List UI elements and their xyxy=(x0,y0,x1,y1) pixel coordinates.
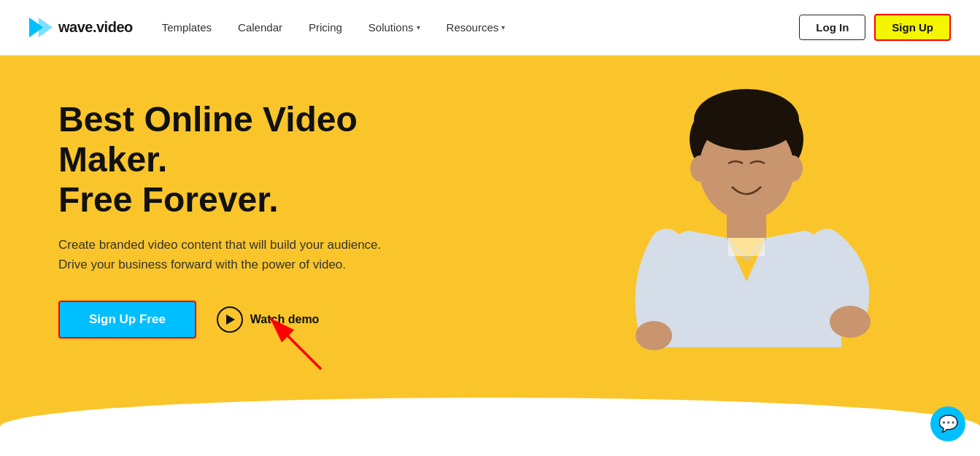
nav-links: Templates Calendar Pricing Solutions ▾ R… xyxy=(162,21,800,34)
nav-pricing[interactable]: Pricing xyxy=(309,21,342,34)
svg-point-9 xyxy=(694,89,799,150)
signup-free-button[interactable]: Sign Up Free xyxy=(58,301,196,339)
svg-rect-6 xyxy=(727,212,766,238)
hero-person-image xyxy=(571,55,922,449)
person-svg xyxy=(593,70,900,449)
hero-section: Best Online Video Maker. Free Forever. C… xyxy=(0,55,980,456)
svg-marker-1 xyxy=(39,18,53,37)
login-button[interactable]: Log In xyxy=(799,15,865,40)
navbar: wave.video Templates Calendar Pricing So… xyxy=(0,0,980,55)
svg-point-5 xyxy=(782,155,803,182)
red-arrow-annotation xyxy=(248,296,336,379)
svg-line-11 xyxy=(270,318,321,369)
signup-nav-button[interactable]: Sign Up xyxy=(874,14,951,41)
svg-point-7 xyxy=(830,306,871,338)
play-triangle-icon xyxy=(226,314,235,325)
nav-resources[interactable]: Resources ▾ xyxy=(447,21,506,34)
solutions-chevron-icon: ▾ xyxy=(417,23,420,31)
logo-text: wave.video xyxy=(58,19,133,36)
logo-icon xyxy=(29,18,53,38)
logo[interactable]: wave.video xyxy=(29,18,133,38)
nav-solutions[interactable]: Solutions ▾ xyxy=(369,21,420,34)
chat-icon: 💬 xyxy=(938,414,958,433)
nav-calendar[interactable]: Calendar xyxy=(238,21,282,34)
arrow-svg xyxy=(248,296,336,376)
hero-title: Best Online Video Maker. Free Forever. xyxy=(58,99,467,220)
person-figure xyxy=(593,70,900,449)
play-icon xyxy=(217,306,243,333)
resources-chevron-icon: ▾ xyxy=(501,23,505,31)
svg-point-4 xyxy=(690,155,711,182)
nav-actions: Log In Sign Up xyxy=(799,14,951,41)
hero-subtitle: Create branded video content that will b… xyxy=(58,235,467,274)
chat-widget-button[interactable]: 💬 xyxy=(930,406,965,441)
nav-templates[interactable]: Templates xyxy=(162,21,212,34)
svg-point-8 xyxy=(636,321,672,350)
